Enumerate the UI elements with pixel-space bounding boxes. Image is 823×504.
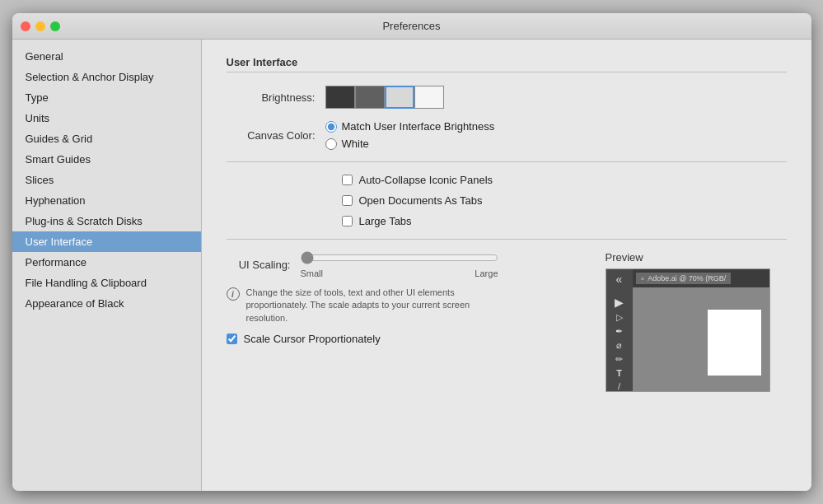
preview-panel: Preview « ▶ ▷ ✒ ⌀ ✏ T /: [606, 251, 787, 392]
large-tabs-row[interactable]: Large Tabs: [342, 215, 787, 227]
canvas-white-radio[interactable]: [325, 138, 337, 150]
sidebar-item-smart-guides[interactable]: Smart Guides: [12, 149, 201, 170]
open-tabs-checkbox[interactable]: [342, 195, 353, 206]
brightness-swatch-dark[interactable]: [355, 86, 385, 109]
info-text: Change the size of tools, text and other…: [246, 287, 507, 324]
slider-container: Small Large: [301, 251, 581, 278]
canvas-match-option[interactable]: Match User Interface Brightness: [325, 120, 495, 133]
canvas-white-label: White: [342, 138, 369, 150]
preview-type-tool: T: [611, 368, 628, 378]
preview-arrow-tool: ▷: [611, 312, 628, 323]
canvas-white-option[interactable]: White: [325, 138, 495, 150]
divider-1: [227, 161, 787, 162]
preferences-window: Preferences General Selection & Anchor D…: [12, 13, 811, 491]
ui-scaling-row: UI Scaling: Small Large: [227, 251, 581, 278]
sidebar: General Selection & Anchor Display Type …: [12, 40, 202, 491]
brightness-label: Brightness:: [227, 91, 325, 104]
sidebar-item-hyphenation[interactable]: Hyphenation: [12, 190, 201, 211]
preview-toolbar: « ▶ ▷ ✒ ⌀ ✏ T /: [606, 269, 633, 391]
slider-max-label: Large: [475, 268, 498, 278]
large-tabs-label: Large Tabs: [359, 215, 412, 227]
canvas-color-row: Canvas Color: Match User Interface Brigh…: [227, 120, 787, 150]
sidebar-item-file-handling[interactable]: File Handling & Clipboard: [12, 273, 201, 293]
canvas-color-options: Match User Interface Brightness White: [325, 120, 495, 150]
brightness-swatch-lightest[interactable]: [414, 86, 444, 109]
window-title: Preferences: [382, 20, 440, 32]
open-tabs-label: Open Documents As Tabs: [359, 194, 483, 207]
scale-cursor-label: Scale Cursor Proportionately: [244, 333, 381, 345]
preview-lasso-tool: ⌀: [611, 340, 628, 351]
main-panel: User Interface Brightness: Canvas Color:: [202, 40, 811, 491]
close-button[interactable]: [21, 21, 30, 31]
preview-pencil-tool: ✏: [611, 354, 628, 365]
sidebar-item-guides-grid[interactable]: Guides & Grid: [12, 128, 201, 149]
slider-left: UI Scaling: Small Large i Change the siz…: [227, 251, 581, 392]
preview-toolbar-collapse: «: [611, 273, 628, 286]
brightness-swatches: [325, 86, 444, 109]
sidebar-item-general[interactable]: General: [12, 46, 201, 67]
minimize-button[interactable]: [35, 21, 45, 31]
sidebar-item-performance[interactable]: Performance: [12, 252, 201, 273]
info-box: i Change the size of tools, text and oth…: [227, 287, 507, 324]
preview-white-canvas: [708, 310, 761, 376]
maximize-button[interactable]: [50, 21, 60, 31]
divider-2: [227, 239, 787, 240]
preview-tab-bar: × Adobe.ai @ 70% (RGB/: [633, 269, 769, 287]
preview-title: Preview: [606, 251, 787, 264]
section-title: User Interface: [227, 56, 787, 72]
canvas-color-label: Canvas Color:: [227, 129, 325, 142]
ui-scaling-label: UI Scaling:: [227, 259, 301, 271]
preview-canvas: [633, 287, 769, 391]
open-tabs-row[interactable]: Open Documents As Tabs: [342, 194, 787, 207]
slider-section: UI Scaling: Small Large i Change the siz…: [227, 251, 787, 392]
scale-cursor-checkbox[interactable]: [227, 334, 237, 344]
preview-pen-tool: ✒: [611, 326, 628, 337]
sidebar-item-user-interface[interactable]: User Interface: [12, 231, 201, 252]
sidebar-item-appearance-black[interactable]: Appearance of Black: [12, 293, 201, 314]
brightness-swatch-darkest[interactable]: [325, 86, 355, 109]
auto-collapse-checkbox[interactable]: [342, 175, 353, 185]
preview-select-tool: ▶: [611, 296, 628, 309]
preview-line-tool: /: [611, 381, 628, 391]
scale-cursor-row[interactable]: Scale Cursor Proportionately: [227, 333, 581, 345]
large-tabs-checkbox[interactable]: [342, 216, 353, 226]
sidebar-item-type[interactable]: Type: [12, 87, 201, 108]
sidebar-item-selection-anchor[interactable]: Selection & Anchor Display: [12, 67, 201, 87]
canvas-match-label: Match User Interface Brightness: [342, 120, 495, 133]
titlebar: Preferences: [12, 13, 811, 40]
content-area: General Selection & Anchor Display Type …: [12, 40, 811, 491]
auto-collapse-row[interactable]: Auto-Collapse Iconic Panels: [342, 174, 787, 186]
slider-min-label: Small: [301, 268, 324, 278]
preview-box: « ▶ ▷ ✒ ⌀ ✏ T /: [606, 268, 770, 392]
sidebar-item-slices[interactable]: Slices: [12, 170, 201, 190]
preview-content: × Adobe.ai @ 70% (RGB/: [633, 269, 769, 391]
ui-scaling-slider[interactable]: [301, 251, 498, 264]
brightness-row: Brightness:: [227, 86, 787, 109]
tab-close-icon: ×: [641, 275, 645, 282]
preview-tab-label: Adobe.ai @ 70% (RGB/: [648, 274, 726, 282]
slider-minmax: Small Large: [301, 268, 498, 278]
brightness-swatch-light-selected[interactable]: [385, 86, 414, 109]
canvas-match-radio[interactable]: [325, 121, 337, 133]
sidebar-item-units[interactable]: Units: [12, 108, 201, 128]
auto-collapse-label: Auto-Collapse Iconic Panels: [359, 174, 493, 186]
sidebar-item-plugins[interactable]: Plug-ins & Scratch Disks: [12, 211, 201, 231]
window-controls: [21, 21, 60, 31]
preview-tab: × Adobe.ai @ 70% (RGB/: [636, 273, 732, 284]
info-icon: i: [227, 287, 240, 301]
